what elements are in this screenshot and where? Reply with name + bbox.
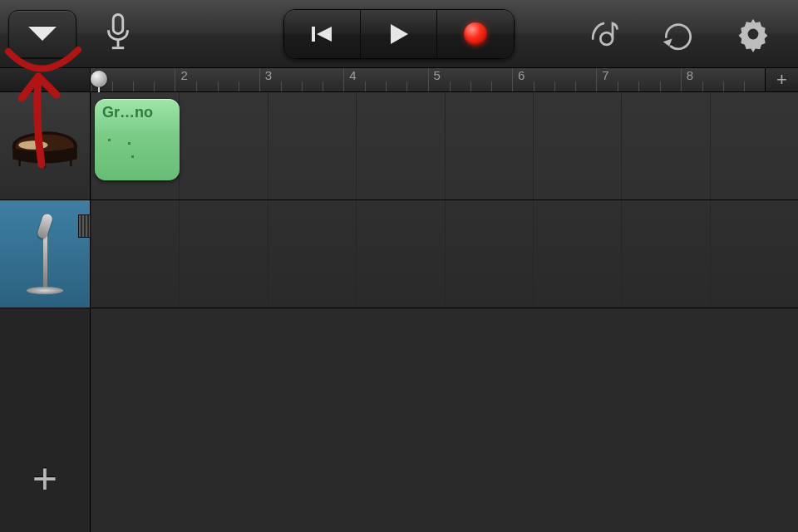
transport-controls (283, 9, 515, 59)
ruler-header-gap (0, 68, 91, 91)
clip-label: Gr…no (102, 104, 153, 121)
bar-number: 4 (349, 68, 356, 82)
loop-button[interactable] (658, 14, 698, 54)
svg-rect-10 (43, 160, 46, 168)
svg-rect-9 (18, 158, 21, 167)
microphone-icon (103, 13, 133, 52)
mic-stand-icon (27, 214, 63, 294)
lane-piano[interactable]: Gr…no (91, 92, 798, 200)
toolbar-right (584, 0, 793, 67)
note-icon (585, 16, 622, 52)
add-track-button[interactable]: + (32, 457, 57, 500)
gear-icon (735, 16, 771, 52)
bar-number: 7 (602, 68, 608, 82)
piano-icon (8, 124, 81, 168)
add-section-button[interactable]: + (765, 68, 798, 91)
rewind-button[interactable] (284, 10, 361, 58)
lane-vocal[interactable] (91, 200, 798, 308)
track-add-area: + (0, 308, 90, 532)
bar-number: 8 (687, 68, 693, 82)
record-icon (464, 22, 487, 46)
svg-point-8 (18, 140, 47, 150)
svg-point-7 (748, 28, 759, 39)
track-header-piano[interactable] (0, 92, 90, 200)
svg-point-6 (600, 32, 613, 45)
ruler-bar-2: 2 (175, 68, 259, 91)
bar-number: 3 (265, 68, 272, 82)
play-button[interactable] (361, 10, 437, 58)
ruler-bar-6: 6 (512, 68, 596, 91)
midi-clip[interactable]: Gr…no (95, 99, 180, 180)
track-headers: + (0, 92, 91, 532)
ruler-bar-4: 4 (343, 68, 427, 91)
settings-button[interactable] (733, 14, 773, 54)
track-resize-handle[interactable] (78, 214, 91, 238)
bar-number: 6 (518, 68, 525, 82)
svg-rect-11 (70, 158, 72, 167)
menu-button[interactable] (8, 10, 76, 58)
mic-button[interactable] (103, 13, 133, 55)
skip-back-icon (310, 24, 335, 44)
svg-marker-5 (391, 24, 408, 44)
empty-lane-area (91, 308, 798, 532)
ruler-cells[interactable]: 1 2 3 4 5 6 7 8 (91, 68, 765, 91)
triangle-down-icon (28, 27, 57, 41)
plus-icon: + (776, 69, 787, 91)
toolbar (0, 0, 798, 68)
bar-number: 5 (434, 68, 441, 82)
loop-icon (660, 16, 697, 52)
play-icon (388, 22, 410, 46)
ruler-bar-8: 8 (681, 68, 765, 91)
svg-marker-4 (317, 27, 332, 42)
playhead[interactable] (91, 71, 107, 87)
instruments-button[interactable] (584, 14, 623, 54)
track-lanes[interactable]: Gr…no (91, 92, 798, 532)
svg-rect-3 (312, 27, 315, 42)
bar-number: 2 (180, 68, 187, 82)
ruler-bar-7: 7 (596, 68, 680, 91)
record-button[interactable] (437, 10, 514, 58)
timeline-ruler[interactable]: 1 2 3 4 5 6 7 8 + (0, 68, 798, 92)
svg-rect-0 (113, 14, 123, 33)
track-header-vocal[interactable] (0, 200, 90, 308)
workspace: + Gr…no (0, 92, 798, 532)
ruler-bar-3: 3 (259, 68, 343, 91)
ruler-bar-5: 5 (428, 68, 512, 91)
